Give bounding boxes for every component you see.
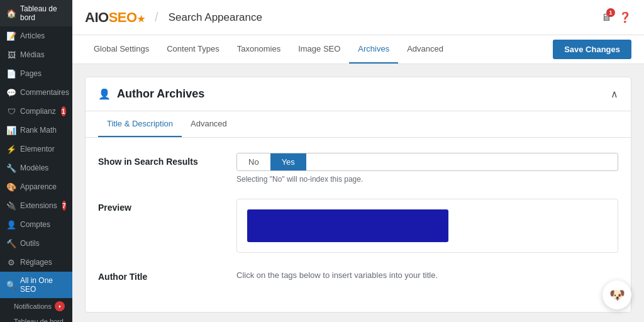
logo-area: AIOSEO★	[85, 9, 145, 26]
show-in-search-label: Show in Search Results	[98, 153, 224, 167]
sidebar-item-apparence[interactable]: 🎨 Apparence	[0, 177, 72, 196]
inner-tabs: Title & Description Advanced	[86, 111, 631, 138]
notifications-badge: •	[55, 301, 65, 311]
reglages-icon: ⚙	[6, 257, 16, 267]
monitor-icon[interactable]: 🖥 1	[601, 12, 611, 23]
tab-archives[interactable]: Archives	[349, 35, 398, 64]
show-in-search-row: Show in Search Results No Yes Selecting …	[98, 153, 618, 184]
comptes-icon: 👤	[6, 219, 16, 230]
extensions-badge: 7	[62, 201, 66, 211]
tab-content-types[interactable]: Content Types	[158, 35, 228, 64]
main-content: AIOSEO★ / Search Appearance 🖥 1 ❓ Global…	[72, 0, 644, 322]
sidebar-item-pages[interactable]: 📄 Pages	[0, 64, 72, 83]
sidebar-item-extensions[interactable]: 🔌 Extensions 7	[0, 196, 72, 215]
content-area: 👤 Author Archives ∧ Title & Description …	[72, 64, 644, 322]
media-icon: 🖼	[6, 50, 16, 60]
tab-image-seo[interactable]: Image SEO	[289, 35, 349, 64]
tabs-bar: Global Settings Content Types Taxonomies…	[72, 35, 644, 64]
preview-label: Preview	[98, 199, 224, 213]
toggle-group: No Yes	[236, 153, 618, 171]
help-icon[interactable]: ❓	[619, 11, 631, 23]
preview-row: Preview	[98, 199, 618, 253]
section-body: Show in Search Results No Yes Selecting …	[86, 138, 631, 312]
sidebar-item-rankmath[interactable]: 📊 Rank Math	[0, 121, 72, 140]
tab-global-settings[interactable]: Global Settings	[85, 35, 158, 64]
preview-box	[236, 199, 618, 253]
inner-tab-title-description[interactable]: Title & Description	[98, 111, 182, 137]
preview-content	[236, 199, 618, 253]
sidebar: 🏠 Tableau de bord 📝 Articles 🖼 Médias 📄 …	[0, 0, 72, 322]
author-title-label: Author Title	[98, 268, 224, 282]
modeles-icon: 🔧	[6, 163, 16, 173]
toggle-yes[interactable]: Yes	[270, 153, 306, 170]
comments-icon: 💬	[6, 87, 16, 97]
author-title-content: Click on the tags below to insert variab…	[236, 268, 618, 280]
articles-icon: 📝	[6, 31, 16, 41]
topbar: AIOSEO★ / Search Appearance 🖥 1 ❓	[72, 0, 644, 35]
topbar-right: 🖥 1 ❓	[601, 11, 631, 23]
submenu-notifications[interactable]: Notifications •	[8, 298, 72, 314]
section-title: Author Archives	[117, 87, 204, 101]
sidebar-item-medias[interactable]: 🖼 Médias	[0, 45, 72, 64]
toggle-no[interactable]: No	[237, 153, 270, 170]
sidebar-item-tableau-de-bord[interactable]: 🏠 Tableau de bord	[0, 0, 72, 26]
author-archives-card: 👤 Author Archives ∧ Title & Description …	[85, 77, 631, 313]
rankmath-icon: 📊	[6, 125, 16, 135]
author-icon: 👤	[98, 88, 111, 100]
outils-icon: 🔨	[6, 238, 16, 248]
author-title-hint: Click on the tags below to insert variab…	[236, 270, 618, 280]
collapse-icon[interactable]: ∧	[611, 88, 618, 100]
show-in-search-hint: Selecting "No" will no-index this page.	[236, 175, 618, 184]
pages-icon: 📄	[6, 69, 16, 79]
sidebar-item-reglages[interactable]: ⚙ Réglages	[0, 253, 72, 272]
dashboard-icon: 🏠	[6, 8, 16, 18]
logo: AIOSEO★	[85, 9, 145, 26]
complianz-icon: 🛡	[6, 106, 16, 116]
chat-bubble[interactable]: 🐶	[602, 280, 631, 309]
aioseo-submenu: Notifications • Tableau de bord Réglages…	[0, 298, 72, 322]
sidebar-item-complianz[interactable]: 🛡 Complianz 1	[0, 102, 72, 121]
aioseo-icon: 🔍	[6, 280, 16, 290]
elementor-icon: ⚡	[6, 144, 16, 154]
extensions-icon: 🔌	[6, 201, 16, 211]
author-title-row: Author Title Click on the tags below to …	[98, 268, 618, 282]
sidebar-item-outils[interactable]: 🔨 Outils	[0, 234, 72, 253]
section-header: 👤 Author Archives ∧	[86, 77, 631, 111]
topbar-divider: /	[155, 10, 158, 25]
sidebar-item-modeles[interactable]: 🔧 Modèles	[0, 158, 72, 177]
complianz-badge: 1	[61, 106, 66, 116]
tab-taxonomies[interactable]: Taxonomies	[228, 35, 289, 64]
sidebar-item-elementor[interactable]: ⚡ Elementor	[0, 140, 72, 158]
submenu-tableau[interactable]: Tableau de bord	[8, 314, 72, 322]
sidebar-item-comptes[interactable]: 👤 Comptes	[0, 215, 72, 234]
sidebar-item-aioseo[interactable]: 🔍 All in One SEO	[0, 272, 72, 298]
notification-badge: 1	[606, 8, 615, 17]
inner-tab-advanced[interactable]: Advanced	[182, 111, 236, 137]
apparence-icon: 🎨	[6, 182, 16, 192]
sidebar-item-articles[interactable]: 📝 Articles	[0, 26, 72, 45]
show-in-search-content: No Yes Selecting "No" will no-index this…	[236, 153, 618, 184]
sidebar-item-commentaires[interactable]: 💬 Commentaires	[0, 83, 72, 102]
tab-advanced[interactable]: Advanced	[398, 35, 452, 64]
preview-blue-bar	[247, 209, 448, 242]
save-changes-button[interactable]: Save Changes	[553, 40, 631, 59]
topbar-title: Search Appearance	[169, 11, 262, 24]
section-header-left: 👤 Author Archives	[98, 87, 204, 101]
